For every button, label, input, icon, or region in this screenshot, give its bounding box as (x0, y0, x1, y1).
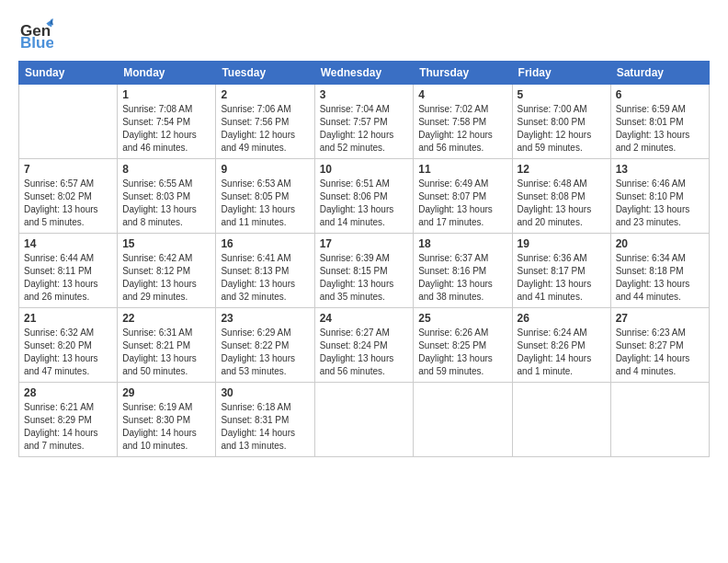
logo: Gen Blue (18, 17, 53, 52)
day-info: Sunrise: 6:41 AM Sunset: 8:13 PM Dayligh… (221, 252, 309, 304)
day-cell: 11Sunrise: 6:49 AM Sunset: 8:07 PM Dayli… (414, 159, 512, 234)
day-info: Sunrise: 6:59 AM Sunset: 8:01 PM Dayligh… (616, 103, 704, 155)
day-cell: 5Sunrise: 7:00 AM Sunset: 8:00 PM Daylig… (512, 85, 610, 159)
calendar-table: SundayMondayTuesdayWednesdayThursdayFrid… (18, 61, 710, 457)
day-number: 11 (418, 163, 506, 176)
day-number: 13 (616, 163, 704, 176)
day-cell: 23Sunrise: 6:29 AM Sunset: 8:22 PM Dayli… (216, 308, 314, 383)
day-info: Sunrise: 6:49 AM Sunset: 8:07 PM Dayligh… (418, 178, 506, 229)
day-cell: 16Sunrise: 6:41 AM Sunset: 8:13 PM Dayli… (216, 234, 314, 308)
day-cell: 7Sunrise: 6:57 AM Sunset: 8:02 PM Daylig… (19, 159, 118, 234)
day-info: Sunrise: 7:08 AM Sunset: 7:54 PM Dayligh… (122, 103, 210, 155)
day-info: Sunrise: 7:04 AM Sunset: 7:57 PM Dayligh… (320, 103, 409, 155)
day-number: 23 (221, 312, 309, 325)
day-cell: 3Sunrise: 7:04 AM Sunset: 7:57 PM Daylig… (314, 85, 414, 159)
day-info: Sunrise: 6:37 AM Sunset: 8:16 PM Dayligh… (418, 252, 506, 304)
day-cell (610, 383, 709, 457)
day-header-friday: Friday (512, 62, 610, 85)
day-info: Sunrise: 6:19 AM Sunset: 8:30 PM Dayligh… (122, 401, 210, 453)
day-header-monday: Monday (118, 62, 216, 85)
day-cell: 15Sunrise: 6:42 AM Sunset: 8:12 PM Dayli… (118, 234, 216, 308)
day-header-saturday: Saturday (610, 62, 709, 85)
day-cell: 27Sunrise: 6:23 AM Sunset: 8:27 PM Dayli… (610, 308, 709, 383)
day-cell: 28Sunrise: 6:21 AM Sunset: 8:29 PM Dayli… (19, 383, 118, 457)
day-info: Sunrise: 7:06 AM Sunset: 7:56 PM Dayligh… (221, 103, 309, 155)
day-info: Sunrise: 6:32 AM Sunset: 8:20 PM Dayligh… (24, 327, 112, 378)
day-cell: 9Sunrise: 6:53 AM Sunset: 8:05 PM Daylig… (216, 159, 314, 234)
day-cell: 22Sunrise: 6:31 AM Sunset: 8:21 PM Dayli… (118, 308, 216, 383)
day-cell: 12Sunrise: 6:48 AM Sunset: 8:08 PM Dayli… (512, 159, 610, 234)
logo-icon: Gen Blue (18, 17, 53, 52)
day-cell: 2Sunrise: 7:06 AM Sunset: 7:56 PM Daylig… (216, 85, 314, 159)
day-cell: 30Sunrise: 6:18 AM Sunset: 8:31 PM Dayli… (216, 383, 314, 457)
day-cell: 24Sunrise: 6:27 AM Sunset: 8:24 PM Dayli… (314, 308, 414, 383)
day-info: Sunrise: 6:44 AM Sunset: 8:11 PM Dayligh… (24, 252, 112, 304)
day-number: 27 (616, 312, 704, 325)
day-number: 19 (518, 237, 606, 250)
day-number: 3 (320, 88, 409, 101)
day-info: Sunrise: 7:00 AM Sunset: 8:00 PM Dayligh… (518, 103, 606, 155)
svg-text:Blue: Blue (20, 34, 53, 52)
week-row-4: 21Sunrise: 6:32 AM Sunset: 8:20 PM Dayli… (19, 308, 710, 383)
day-header-wednesday: Wednesday (314, 62, 414, 85)
day-number: 17 (320, 237, 409, 250)
day-number: 22 (122, 312, 210, 325)
day-cell: 21Sunrise: 6:32 AM Sunset: 8:20 PM Dayli… (19, 308, 118, 383)
day-number: 15 (122, 237, 210, 250)
day-number: 24 (320, 312, 409, 325)
day-info: Sunrise: 6:23 AM Sunset: 8:27 PM Dayligh… (616, 327, 704, 378)
day-cell: 18Sunrise: 6:37 AM Sunset: 8:16 PM Dayli… (414, 234, 512, 308)
day-number: 8 (122, 163, 210, 176)
day-cell: 26Sunrise: 6:24 AM Sunset: 8:26 PM Dayli… (512, 308, 610, 383)
day-number: 18 (418, 237, 506, 250)
day-number: 12 (518, 163, 606, 176)
day-info: Sunrise: 6:21 AM Sunset: 8:29 PM Dayligh… (24, 401, 112, 453)
day-cell: 8Sunrise: 6:55 AM Sunset: 8:03 PM Daylig… (118, 159, 216, 234)
day-info: Sunrise: 6:39 AM Sunset: 8:15 PM Dayligh… (320, 252, 409, 304)
day-number: 20 (616, 237, 704, 250)
day-cell: 29Sunrise: 6:19 AM Sunset: 8:30 PM Dayli… (118, 383, 216, 457)
day-cell (19, 85, 118, 159)
week-row-2: 7Sunrise: 6:57 AM Sunset: 8:02 PM Daylig… (19, 159, 710, 234)
day-info: Sunrise: 6:57 AM Sunset: 8:02 PM Dayligh… (24, 178, 112, 229)
day-info: Sunrise: 6:29 AM Sunset: 8:22 PM Dayligh… (221, 327, 309, 378)
day-info: Sunrise: 6:51 AM Sunset: 8:06 PM Dayligh… (320, 178, 409, 229)
day-info: Sunrise: 6:18 AM Sunset: 8:31 PM Dayligh… (221, 401, 309, 453)
day-number: 1 (122, 88, 210, 101)
week-row-5: 28Sunrise: 6:21 AM Sunset: 8:29 PM Dayli… (19, 383, 710, 457)
day-number: 5 (518, 88, 606, 101)
day-number: 25 (418, 312, 506, 325)
day-header-tuesday: Tuesday (216, 62, 314, 85)
day-cell: 10Sunrise: 6:51 AM Sunset: 8:06 PM Dayli… (314, 159, 414, 234)
day-header-sunday: Sunday (19, 62, 118, 85)
week-row-3: 14Sunrise: 6:44 AM Sunset: 8:11 PM Dayli… (19, 234, 710, 308)
day-info: Sunrise: 6:48 AM Sunset: 8:08 PM Dayligh… (518, 178, 606, 229)
day-info: Sunrise: 6:34 AM Sunset: 8:18 PM Dayligh… (616, 252, 704, 304)
day-number: 16 (221, 237, 309, 250)
day-number: 28 (24, 386, 112, 399)
day-header-thursday: Thursday (414, 62, 512, 85)
day-number: 10 (320, 163, 409, 176)
day-number: 7 (24, 163, 112, 176)
day-info: Sunrise: 6:42 AM Sunset: 8:12 PM Dayligh… (122, 252, 210, 304)
week-row-1: 1Sunrise: 7:08 AM Sunset: 7:54 PM Daylig… (19, 85, 710, 159)
header: Gen Blue (18, 17, 710, 52)
day-info: Sunrise: 6:46 AM Sunset: 8:10 PM Dayligh… (616, 178, 704, 229)
day-info: Sunrise: 6:53 AM Sunset: 8:05 PM Dayligh… (221, 178, 309, 229)
day-info: Sunrise: 6:24 AM Sunset: 8:26 PM Dayligh… (518, 327, 606, 378)
day-number: 21 (24, 312, 112, 325)
day-number: 6 (616, 88, 704, 101)
day-number: 9 (221, 163, 309, 176)
page: Gen Blue SundayMondayTuesdayWednesdayThu… (0, 0, 728, 563)
day-info: Sunrise: 6:55 AM Sunset: 8:03 PM Dayligh… (122, 178, 210, 229)
day-number: 2 (221, 88, 309, 101)
day-info: Sunrise: 6:31 AM Sunset: 8:21 PM Dayligh… (122, 327, 210, 378)
day-info: Sunrise: 6:27 AM Sunset: 8:24 PM Dayligh… (320, 327, 409, 378)
day-cell (414, 383, 512, 457)
day-cell: 20Sunrise: 6:34 AM Sunset: 8:18 PM Dayli… (610, 234, 709, 308)
day-cell: 19Sunrise: 6:36 AM Sunset: 8:17 PM Dayli… (512, 234, 610, 308)
day-cell: 13Sunrise: 6:46 AM Sunset: 8:10 PM Dayli… (610, 159, 709, 234)
day-number: 30 (221, 386, 309, 399)
day-cell (512, 383, 610, 457)
day-info: Sunrise: 7:02 AM Sunset: 7:58 PM Dayligh… (418, 103, 506, 155)
